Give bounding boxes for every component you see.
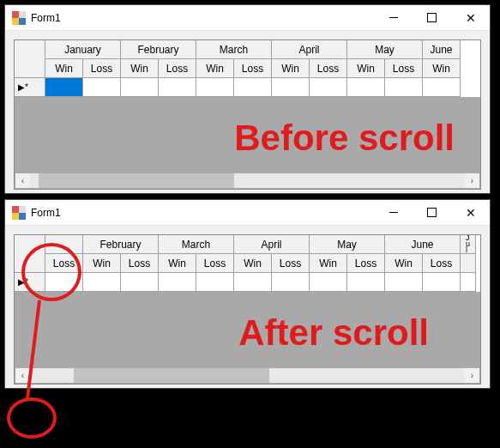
- data-cell[interactable]: [234, 273, 272, 292]
- sub-header[interactable]: Win: [310, 254, 347, 273]
- data-cell[interactable]: [272, 273, 310, 292]
- minimize-button[interactable]: [374, 5, 413, 30]
- month-header[interactable]: May: [310, 235, 385, 254]
- horizontal-scrollbar[interactable]: ‹ ›: [15, 368, 479, 383]
- month-column: JuneWinLoss: [385, 235, 461, 292]
- sub-header[interactable]: Win: [423, 59, 461, 78]
- month-header[interactable]: June: [385, 235, 461, 254]
- minimize-button[interactable]: [374, 200, 413, 225]
- month-header-empty: [45, 235, 83, 254]
- month-column: AprilWinLoss: [234, 235, 310, 292]
- data-cell[interactable]: [310, 78, 347, 97]
- data-cell[interactable]: [83, 78, 121, 97]
- sub-header[interactable]: Loss: [159, 59, 196, 78]
- client-area: ▶* LossFebruaryWinLossMarchWinLossAprilW…: [5, 226, 490, 388]
- sub-header[interactable]: Win: [385, 254, 423, 273]
- client-area: ▶* JanuaryWinLossFebruaryWinLossMarchWin…: [5, 31, 490, 193]
- data-cell[interactable]: [461, 273, 476, 292]
- scroll-thumb[interactable]: [74, 368, 269, 383]
- sub-header[interactable]: Win: [159, 254, 196, 273]
- data-cell[interactable]: [423, 273, 461, 292]
- month-column: AprilWinLoss: [272, 40, 347, 97]
- data-cell[interactable]: [45, 273, 83, 292]
- sub-header[interactable]: Loss: [385, 59, 423, 78]
- data-cell[interactable]: [347, 78, 385, 97]
- scroll-right-button[interactable]: ›: [465, 173, 479, 188]
- scroll-thumb[interactable]: [39, 173, 234, 188]
- month-header[interactable]: April: [234, 235, 310, 254]
- month-header[interactable]: February: [121, 40, 196, 59]
- scroll-track[interactable]: [30, 368, 465, 383]
- data-cell[interactable]: [159, 78, 196, 97]
- scroll-left-button[interactable]: ‹: [15, 368, 30, 383]
- data-cell[interactable]: [45, 78, 83, 97]
- titlebar[interactable]: Form1 ✕: [5, 200, 490, 226]
- close-button[interactable]: ✕: [451, 5, 490, 30]
- month-column: MarchWinLoss: [159, 235, 234, 292]
- month-header[interactable]: May: [347, 40, 423, 59]
- month-column-partial: Loss: [45, 235, 83, 292]
- sub-header[interactable]: Win: [45, 59, 83, 78]
- month-column-partial: Jul: [461, 235, 476, 292]
- row-indicator[interactable]: ▶*: [15, 78, 45, 97]
- sub-header[interactable]: Loss: [196, 254, 234, 273]
- month-header[interactable]: March: [159, 235, 234, 254]
- data-cell[interactable]: [385, 273, 423, 292]
- month-header[interactable]: March: [196, 40, 272, 59]
- data-cell[interactable]: [347, 273, 385, 292]
- sub-header[interactable]: Loss: [45, 254, 83, 273]
- sub-header[interactable]: Win: [121, 59, 159, 78]
- month-column: FebruaryWinLoss: [121, 40, 196, 97]
- month-column: MarchWinLoss: [196, 40, 272, 97]
- data-cell[interactable]: [196, 273, 234, 292]
- month-column: JanuaryWinLoss: [45, 40, 121, 97]
- data-cell[interactable]: [121, 273, 159, 292]
- app-icon: [12, 206, 26, 220]
- month-column: MayWinLoss: [347, 40, 423, 97]
- window-title: Form1: [31, 12, 61, 24]
- sub-header[interactable]: Loss: [423, 254, 461, 273]
- month-header[interactable]: February: [83, 235, 159, 254]
- sub-header[interactable]: Loss: [83, 59, 121, 78]
- scroll-right-button[interactable]: ›: [465, 368, 479, 383]
- month-header[interactable]: April: [272, 40, 347, 59]
- data-cell[interactable]: [385, 78, 423, 97]
- sub-header[interactable]: Win: [196, 59, 234, 78]
- datagrid[interactable]: ▶* LossFebruaryWinLossMarchWinLossAprilW…: [14, 234, 481, 384]
- sub-header[interactable]: Win: [347, 59, 385, 78]
- sub-header[interactable]: Win: [83, 254, 121, 273]
- annotation-circle-bottom: [7, 397, 57, 439]
- row-indicator[interactable]: ▶*: [15, 273, 45, 292]
- app-icon: [12, 11, 26, 25]
- sub-header[interactable]: [461, 254, 476, 273]
- window-after: Form1 ✕ ▶* LossFebruaryWinLossMarchWinLo…: [4, 199, 491, 389]
- sub-header[interactable]: Win: [234, 254, 272, 273]
- maximize-button[interactable]: [413, 5, 451, 30]
- annotation-after-label: After scroll: [238, 312, 429, 354]
- sub-header[interactable]: Loss: [234, 59, 272, 78]
- data-cell[interactable]: [272, 78, 310, 97]
- sub-header[interactable]: Win: [272, 59, 310, 78]
- month-column: JuneWin: [423, 40, 461, 97]
- data-cell[interactable]: [234, 78, 272, 97]
- data-cell[interactable]: [196, 78, 234, 97]
- datagrid[interactable]: ▶* JanuaryWinLossFebruaryWinLossMarchWin…: [14, 39, 481, 190]
- month-header[interactable]: Jul: [461, 235, 476, 254]
- sub-header[interactable]: Loss: [310, 59, 347, 78]
- sub-header[interactable]: Loss: [121, 254, 159, 273]
- month-header[interactable]: January: [45, 40, 121, 59]
- sub-header[interactable]: Loss: [272, 254, 310, 273]
- maximize-button[interactable]: [413, 200, 451, 225]
- data-cell[interactable]: [159, 273, 196, 292]
- data-cell[interactable]: [310, 273, 347, 292]
- data-cell[interactable]: [83, 273, 121, 292]
- month-header[interactable]: June: [423, 40, 461, 59]
- scroll-left-button[interactable]: ‹: [15, 173, 30, 188]
- data-cell[interactable]: [423, 78, 461, 97]
- horizontal-scrollbar[interactable]: ‹ ›: [15, 173, 479, 188]
- scroll-track[interactable]: [30, 173, 465, 188]
- data-cell[interactable]: [121, 78, 159, 97]
- close-button[interactable]: ✕: [451, 200, 490, 225]
- titlebar[interactable]: Form1 ✕: [5, 5, 490, 31]
- sub-header[interactable]: Loss: [347, 254, 385, 273]
